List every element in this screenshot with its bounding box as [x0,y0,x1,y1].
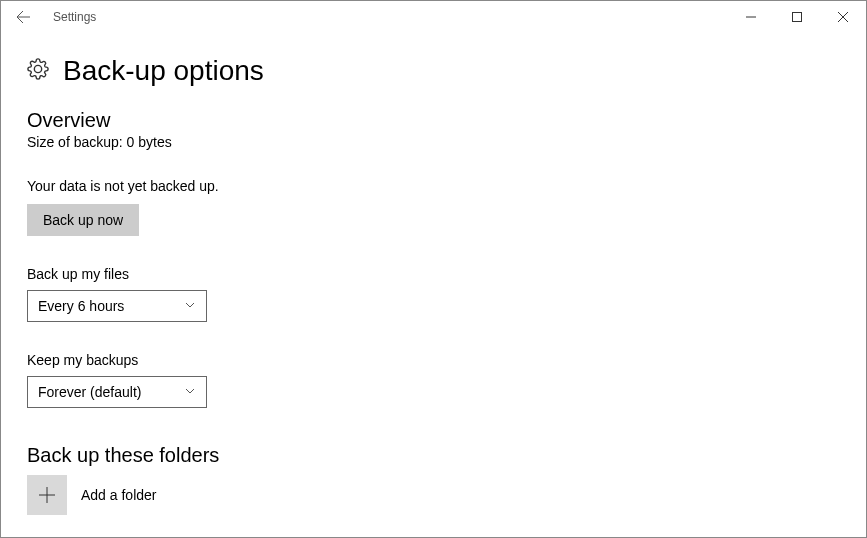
plus-icon [38,486,56,504]
add-folder-button[interactable] [27,475,67,515]
arrow-left-icon [15,9,31,25]
window-title: Settings [53,10,96,24]
titlebar: Settings [1,1,866,33]
svg-rect-1 [793,13,802,22]
page-header: Back-up options [27,55,840,87]
backup-retention-group: Keep my backups Forever (default) [27,352,840,408]
minimize-button[interactable] [728,1,774,33]
folders-heading: Back up these folders [27,444,840,467]
back-button[interactable] [1,1,45,33]
backup-retention-label: Keep my backups [27,352,840,368]
overview-heading: Overview [27,109,840,132]
minimize-icon [746,12,756,22]
backup-frequency-label: Back up my files [27,266,840,282]
close-button[interactable] [820,1,866,33]
add-folder-label: Add a folder [81,487,157,503]
backup-frequency-select[interactable]: Every 6 hours [27,290,207,322]
backup-frequency-group: Back up my files Every 6 hours [27,266,840,322]
content-area: Back-up options Overview Size of backup:… [1,55,866,515]
backup-now-button[interactable]: Back up now [27,204,139,236]
maximize-icon [792,12,802,22]
add-folder-row[interactable]: Add a folder [27,475,840,515]
chevron-down-icon [184,298,196,314]
backup-frequency-value: Every 6 hours [38,298,124,314]
backup-retention-select[interactable]: Forever (default) [27,376,207,408]
backup-retention-value: Forever (default) [38,384,141,400]
gear-icon [27,58,49,84]
maximize-button[interactable] [774,1,820,33]
window-controls [728,1,866,33]
chevron-down-icon [184,384,196,400]
backup-status-text: Your data is not yet backed up. [27,178,840,194]
backup-size-text: Size of backup: 0 bytes [27,134,840,150]
page-title: Back-up options [63,55,264,87]
close-icon [838,12,848,22]
